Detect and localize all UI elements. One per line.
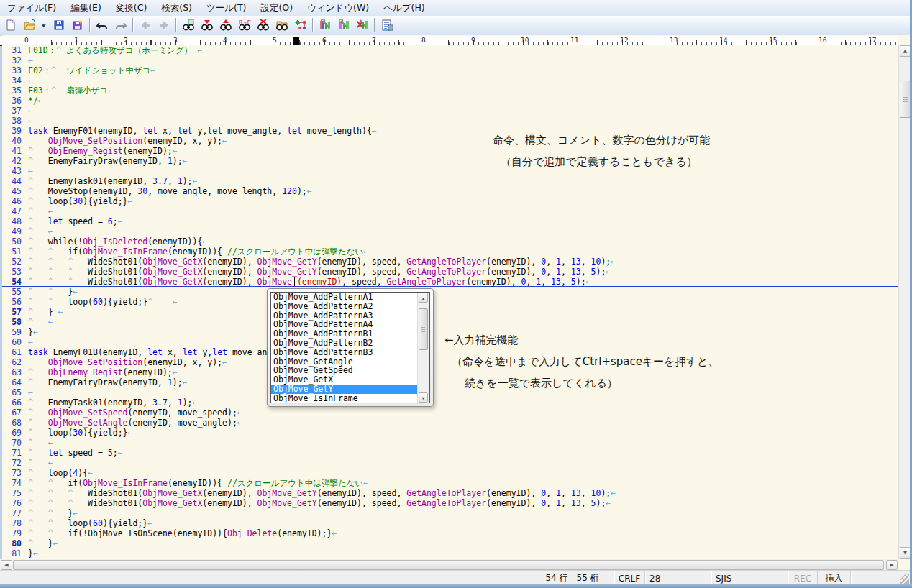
- open-dropdown-icon[interactable]: [39, 17, 50, 34]
- horizontal-scrollbar[interactable]: ◀ ▶: [0, 559, 898, 571]
- text-editor-area[interactable]: 31F01D：^ よくある特攻ザコ（ホーミング） ←32←33F02：^ ワイド…: [2, 45, 898, 559]
- code-line-63[interactable]: 63^ ObjEnemy_Regist(enemyID);←: [2, 367, 898, 377]
- autocomplete-item-selected[interactable]: ObjMove_GetY: [271, 385, 429, 394]
- code-text: }←: [24, 548, 898, 559]
- external-tool-3-icon[interactable]: [353, 17, 372, 34]
- save-icon[interactable]: [50, 17, 68, 34]
- code-line-74[interactable]: 74^ ^ if(ObjMove_IsInFrame(enemyID)){ //…: [2, 478, 898, 488]
- code-line-73[interactable]: 73^ loop(4){←: [2, 468, 898, 478]
- code-line-50[interactable]: 50^ while(!Obj_IsDeleted(enemyID)){←: [2, 236, 898, 247]
- code-line-75[interactable]: 75^ ^ ^ WideShot01(ObjMove_GetX(enemyID)…: [2, 488, 898, 498]
- menu-item-3[interactable]: 検索(S): [154, 1, 199, 16]
- scroll-right-button[interactable]: ▶: [886, 560, 898, 570]
- open-file-icon[interactable]: [20, 17, 39, 34]
- autocomplete-scroll-down-icon[interactable]: ▼: [419, 392, 428, 403]
- code-line-77[interactable]: 77^ ^ }←: [2, 508, 898, 518]
- code-line-31[interactable]: 31F01D：^ よくある特攻ザコ（ホーミング） ←: [2, 45, 898, 55]
- scroll-left-button[interactable]: ◀: [1, 560, 12, 570]
- code-line-65[interactable]: 65←: [2, 387, 898, 398]
- code-line-33[interactable]: 33F02：^ ワイドショット中ザコ←: [2, 65, 898, 75]
- code-line-55[interactable]: 55^ ^ }←: [2, 287, 898, 297]
- navigate-forward-icon[interactable]: [155, 17, 173, 34]
- code-line-52[interactable]: 52^ ^ ^ WideShot01(ObjMove_GetX(enemyID)…: [2, 257, 898, 267]
- code-line-54[interactable]: 54^ ^ ^ WideShot01(ObjMove_GetX(enemyID)…: [2, 277, 898, 287]
- code-line-43[interactable]: 43←: [2, 166, 898, 176]
- ruler-number: 6: [322, 36, 327, 44]
- autocomplete-scrollbar[interactable]: ▲ ▼: [417, 293, 429, 403]
- code-line-76[interactable]: 76^ ^ ^ WideShot01(ObjMove_GetX(enemyID)…: [2, 498, 898, 508]
- settings-list-icon[interactable]: [378, 17, 396, 34]
- code-line-78[interactable]: 78^ ^ loop(60){yield;}←: [2, 518, 898, 528]
- autocomplete-item[interactable]: ObjMove_AddPatternB2: [271, 339, 429, 348]
- new-file-icon[interactable]: [1, 17, 20, 34]
- code-line-58[interactable]: 58^ ←: [2, 317, 898, 327]
- menu-item-4[interactable]: ツール(T): [199, 1, 253, 16]
- code-line-51[interactable]: 51^ ^ if(ObjMove_IsInFrame(enemyID)){ //…: [2, 247, 898, 257]
- code-line-41[interactable]: 41^ ObjEnemy_Regist(enemyID);←: [2, 146, 898, 156]
- code-line-40[interactable]: 40 ObjMove_SetPosition(enemyID, x, y);←: [2, 136, 898, 146]
- code-line-61[interactable]: 61task EnemyF01B(enemyID, let x, let y,l…: [2, 347, 898, 357]
- code-line-70[interactable]: 70^ ←: [2, 438, 898, 448]
- autocomplete-item[interactable]: ObjMove_AddPatternA1: [271, 293, 429, 302]
- code-line-36[interactable]: 36*/←: [2, 96, 898, 106]
- code-line-48[interactable]: 48^ let speed = 6;←: [2, 216, 898, 226]
- code-line-72[interactable]: 72^ ←: [2, 458, 898, 468]
- menu-item-2[interactable]: 変換(C): [109, 1, 154, 16]
- code-line-44[interactable]: 44^ EnemyTask01(enemyID, 3.7, 1);←: [2, 176, 898, 186]
- clear-search-icon[interactable]: [254, 17, 273, 34]
- autocomplete-item[interactable]: ObjMove_AddPatternA2: [271, 302, 429, 311]
- code-line-68[interactable]: 68^ ObjMove_SetAngle(enemyID, move_angle…: [2, 418, 898, 428]
- search-icon[interactable]: [179, 17, 198, 34]
- autocomplete-item[interactable]: ObjMove_IsInFrame: [271, 394, 429, 403]
- code-line-34[interactable]: 34←: [2, 75, 898, 86]
- find-next-icon[interactable]: [198, 17, 216, 34]
- menu-item-0[interactable]: ファイル(F): [0, 1, 63, 16]
- menu-item-1[interactable]: 編集(E): [63, 1, 109, 16]
- code-line-67[interactable]: 67^ ObjMove_SetSpeed(enemyID, move_speed…: [2, 408, 898, 418]
- code-line-45[interactable]: 45^ MoveStop(enemyID, 30, move_angle, mo…: [2, 186, 898, 196]
- vertical-scrollbar-thumb[interactable]: [900, 81, 911, 118]
- find-in-files-icon[interactable]: [273, 17, 291, 34]
- code-line-62[interactable]: 62 ObjMove_SetPosition(enemyID, x, y);←: [2, 357, 898, 367]
- code-line-39[interactable]: 39task EnemyF01(enemyID, let x, let y,le…: [2, 126, 898, 136]
- menu-item-6[interactable]: ウィンドウ(W): [300, 1, 376, 16]
- horizontal-scrollbar-thumb[interactable]: [13, 560, 884, 570]
- code-line-38[interactable]: 38←: [2, 116, 898, 126]
- external-tool-1-icon[interactable]: [316, 17, 334, 34]
- redo-icon[interactable]: [111, 17, 130, 34]
- code-line-57[interactable]: 57^ } ←: [2, 307, 898, 317]
- code-line-79[interactable]: 79^ ^ if(!ObjMove_IsOnScene(enemyID)){Ob…: [2, 528, 898, 538]
- code-line-66[interactable]: 66^ EnemyTask01(enemyID, 3.7, 1);←: [2, 398, 898, 408]
- resize-grip[interactable]: [900, 574, 909, 584]
- code-line-80[interactable]: 80^ }←: [2, 538, 898, 548]
- code-line-35[interactable]: 35F03：^ 扇弾小ザコ←: [2, 86, 898, 96]
- code-line-64[interactable]: 64^ EnemyFairyDraw(enemyID, 1);←: [2, 377, 898, 387]
- code-line-32[interactable]: 32←: [2, 55, 898, 65]
- find-previous-icon[interactable]: [216, 17, 235, 34]
- code-line-42[interactable]: 42^ EnemyFairyDraw(enemyID, 1);←: [2, 156, 898, 166]
- code-line-49[interactable]: 49^ ←: [2, 226, 898, 236]
- menu-item-5[interactable]: 設定(O): [253, 1, 300, 16]
- scroll-up-button[interactable]: ▲: [900, 45, 911, 57]
- navigate-back-icon[interactable]: [136, 17, 155, 34]
- code-line-81[interactable]: 81}←: [2, 548, 898, 559]
- autocomplete-scrollbar-thumb[interactable]: [419, 308, 428, 350]
- autocomplete-list[interactable]: ObjMove_AddPatternA1ObjMove_AddPatternA2…: [270, 292, 430, 403]
- autocomplete-scroll-up-icon[interactable]: ▲: [419, 293, 428, 303]
- line-number: 35: [2, 86, 24, 96]
- undo-icon[interactable]: [93, 17, 111, 34]
- menu-item-7[interactable]: ヘルプ(H): [376, 1, 432, 16]
- code-line-46[interactable]: 46^ loop(30){yield;}←: [2, 196, 898, 206]
- scroll-down-button[interactable]: ▼: [900, 547, 911, 559]
- code-line-37[interactable]: 37←: [2, 106, 898, 116]
- save-all-icon[interactable]: [68, 17, 87, 34]
- macro-flow-icon[interactable]: [291, 17, 310, 34]
- code-line-69[interactable]: 69^ loop(30){yield;}←: [2, 428, 898, 438]
- code-line-47[interactable]: 47^ ←: [2, 206, 898, 216]
- replace-icon[interactable]: R→P: [235, 17, 254, 34]
- code-line-53[interactable]: 53^ ^ ^ WideShot01(ObjMove_GetX(enemyID)…: [2, 267, 898, 277]
- code-line-56[interactable]: 56^ ^ loop(60){yield;}^ ←: [2, 297, 898, 307]
- autocomplete-item[interactable]: ObjMove_AddPatternB3: [271, 348, 429, 357]
- external-tool-2-icon[interactable]: [334, 17, 353, 34]
- code-line-71[interactable]: 71^ let speed = 5;←: [2, 448, 898, 458]
